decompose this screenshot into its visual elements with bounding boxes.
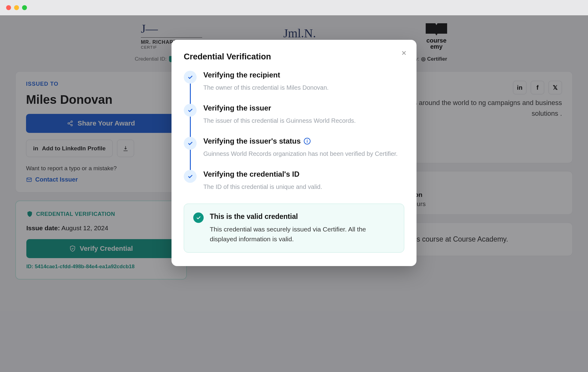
verification-step: Verifying the issuer The issuer of this … xyxy=(184,104,404,137)
step-title: Verifying the issuer's status i xyxy=(203,137,404,145)
verification-step: Verifying the recipient The owner of thi… xyxy=(184,71,404,104)
step-description: Guinness World Records organization has … xyxy=(203,149,404,158)
valid-credential-box: This is the valid credential This creden… xyxy=(184,204,404,253)
browser-titlebar xyxy=(0,0,588,15)
check-icon xyxy=(184,137,197,150)
modal-title: Credential Verification xyxy=(184,52,404,62)
verification-step: Verifying the credential's ID The ID of … xyxy=(184,170,404,194)
window-maximize-icon[interactable] xyxy=(22,5,27,10)
verification-step: Verifying the issuer's status i Guinness… xyxy=(184,137,404,170)
step-description: The ID of this credential is unique and … xyxy=(203,182,404,191)
close-icon xyxy=(401,50,407,56)
window-close-icon[interactable] xyxy=(6,5,11,10)
check-icon xyxy=(184,71,197,84)
modal-overlay[interactable]: Credential Verification Verifying the re… xyxy=(0,15,588,372)
check-icon xyxy=(184,104,197,117)
window-minimize-icon[interactable] xyxy=(14,5,19,10)
step-title: Verifying the credential's ID xyxy=(203,170,404,178)
step-description: The owner of this credential is Miles Do… xyxy=(203,83,404,92)
credential-verification-modal: Credential Verification Verifying the re… xyxy=(172,40,417,266)
step-title: Verifying the recipient xyxy=(203,71,404,79)
check-circle-icon xyxy=(193,212,204,223)
step-description: The issuer of this credential is Guinnes… xyxy=(203,116,404,125)
valid-description: This credential was securely issued via … xyxy=(210,224,395,244)
valid-title: This is the valid credential xyxy=(210,212,395,221)
info-icon[interactable]: i xyxy=(304,138,311,145)
modal-close-button[interactable] xyxy=(401,49,407,58)
check-icon xyxy=(184,170,197,183)
step-title: Verifying the issuer xyxy=(203,104,404,112)
